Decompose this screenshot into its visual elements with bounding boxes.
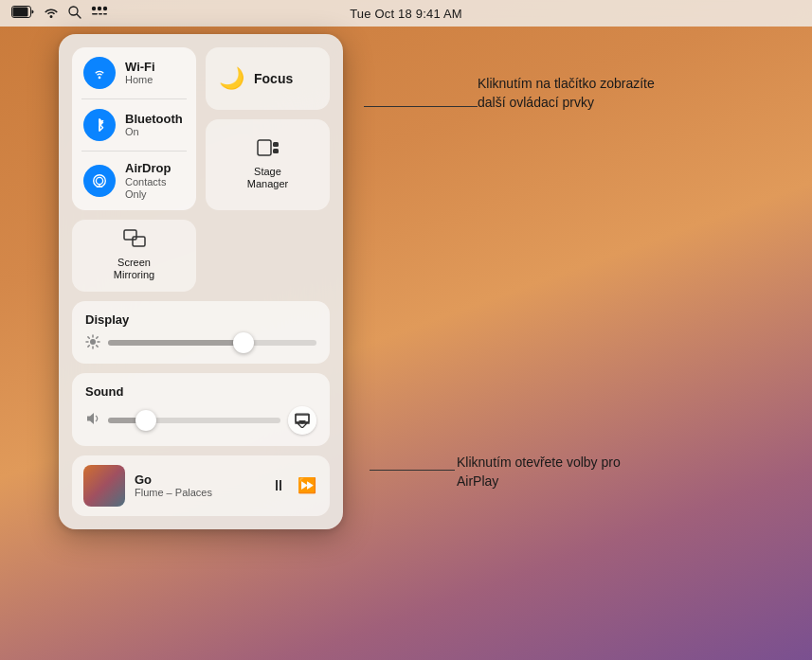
stage-manager-tile[interactable]: StageManager (206, 119, 330, 210)
bluetooth-icon-circle (83, 109, 116, 141)
stage-manager-icon (257, 138, 280, 162)
control-center-panel: Wi-Fi Home Bluetooth On (59, 34, 343, 529)
wifi-item[interactable]: Wi-Fi Home (83, 57, 185, 89)
svg-rect-14 (273, 142, 279, 147)
divider2 (81, 151, 187, 152)
sound-slider-row (85, 406, 316, 435)
now-playing-panel: Go Flume – Palaces ⏸ ⏩ (72, 455, 330, 516)
bluetooth-text: Bluetooth On (125, 112, 183, 139)
screen-mirroring-tile[interactable]: ScreenMirroring (72, 220, 196, 292)
album-art (83, 465, 125, 507)
sound-section: Sound (72, 373, 330, 446)
focus-tile[interactable]: 🌙 Focus (206, 47, 330, 110)
screen-mirroring-label: ScreenMirroring (114, 257, 154, 281)
airdrop-status: Contacts Only (125, 176, 185, 201)
bluetooth-name: Bluetooth (125, 112, 183, 127)
menubar: Tue Oct 18 9:41 AM (0, 0, 812, 27)
annotation-focus: Kliknutím na tlačítko zobrazíte další ov… (478, 74, 686, 113)
sound-title: Sound (85, 384, 316, 399)
airdrop-name: AirDrop (125, 161, 185, 176)
stage-manager-label: StageManager (247, 166, 288, 190)
svg-rect-13 (258, 140, 271, 155)
wifi-icon-circle (83, 57, 116, 89)
airdrop-text: AirDrop Contacts Only (125, 161, 185, 201)
svg-point-11 (96, 177, 102, 184)
svg-rect-8 (99, 13, 102, 15)
wifi-text: Wi-Fi Home (125, 60, 155, 87)
bluetooth-item[interactable]: Bluetooth On (83, 109, 185, 141)
skip-forward-button[interactable]: ⏩ (296, 474, 318, 496)
svg-point-4 (92, 7, 96, 10)
network-tile: Wi-Fi Home Bluetooth On (72, 47, 196, 210)
annotation2-line (370, 470, 455, 471)
svg-line-25 (97, 337, 98, 338)
volume-icon (85, 411, 100, 429)
wifi-name: Wi-Fi (125, 60, 155, 75)
svg-rect-16 (124, 230, 136, 240)
control-center-icon[interactable] (91, 6, 108, 21)
svg-point-18 (90, 339, 96, 345)
display-section: Display (72, 301, 330, 364)
track-info: Go Flume – Palaces (135, 473, 260, 498)
track-artist: Flume – Palaces (135, 487, 260, 498)
focus-moon-icon: 🌙 (219, 66, 244, 91)
divider1 (81, 98, 187, 99)
svg-rect-15 (273, 149, 279, 153)
tiles-grid: Wi-Fi Home Bluetooth On (72, 47, 330, 292)
annotation-airplay: Kliknutím otevřete volby pro AirPlay (457, 453, 665, 491)
search-icon[interactable] (68, 6, 81, 22)
airdrop-icon-circle (83, 165, 116, 197)
volume-slider[interactable] (108, 418, 280, 423)
pause-button[interactable]: ⏸ (269, 475, 288, 496)
bluetooth-status: On (125, 126, 183, 138)
focus-label: Focus (254, 71, 293, 86)
track-title: Go (135, 473, 260, 487)
display-slider-row (85, 334, 316, 352)
wifi-status-icon (44, 6, 59, 21)
annotation2-text: Kliknutím otevřete volby pro AirPlay (457, 455, 621, 489)
wifi-status: Home (125, 74, 155, 86)
screen-mirroring-icon (123, 229, 146, 253)
menubar-date: Tue Oct 18 9:41 AM (350, 7, 462, 21)
svg-rect-17 (133, 237, 145, 246)
svg-line-24 (97, 346, 98, 347)
brightness-icon (85, 334, 100, 352)
annotation1-line (364, 106, 478, 107)
svg-line-23 (88, 337, 89, 338)
battery-icon (11, 6, 34, 21)
svg-point-5 (98, 7, 101, 10)
svg-rect-1 (13, 8, 28, 17)
svg-line-3 (77, 14, 81, 18)
airplay-button[interactable] (288, 406, 316, 435)
brightness-slider[interactable] (108, 340, 316, 346)
svg-line-26 (88, 346, 89, 347)
svg-rect-7 (92, 13, 98, 15)
svg-point-6 (103, 7, 107, 10)
svg-rect-9 (103, 13, 107, 15)
display-title: Display (85, 312, 316, 327)
menubar-left-icons (11, 6, 108, 22)
annotation1-text: Kliknutím na tlačítko zobrazíte další ov… (478, 76, 655, 110)
airdrop-item[interactable]: AirDrop Contacts Only (83, 161, 185, 201)
playback-controls: ⏸ ⏩ (269, 474, 318, 496)
